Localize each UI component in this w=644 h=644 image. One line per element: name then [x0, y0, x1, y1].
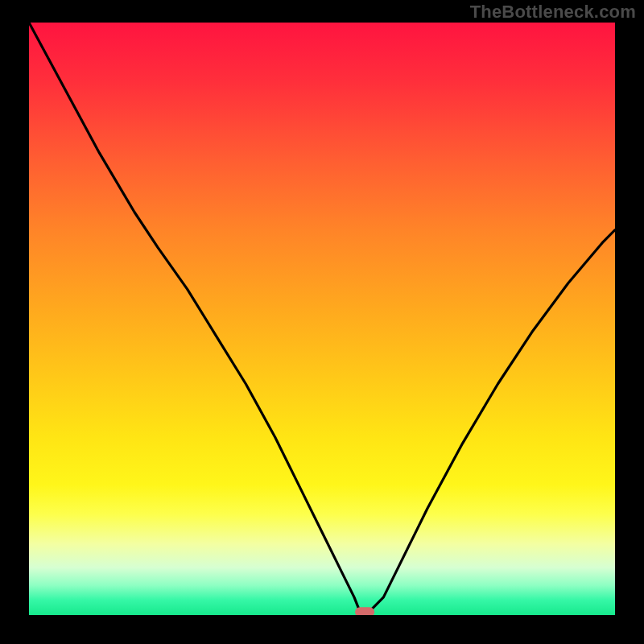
watermark-text: TheBottleneck.com [470, 2, 636, 23]
plot-area [29, 23, 615, 615]
curve-layer [29, 23, 615, 615]
bottleneck-curve-path [29, 23, 615, 612]
min-marker [355, 607, 374, 615]
chart-frame: TheBottleneck.com [0, 0, 644, 644]
